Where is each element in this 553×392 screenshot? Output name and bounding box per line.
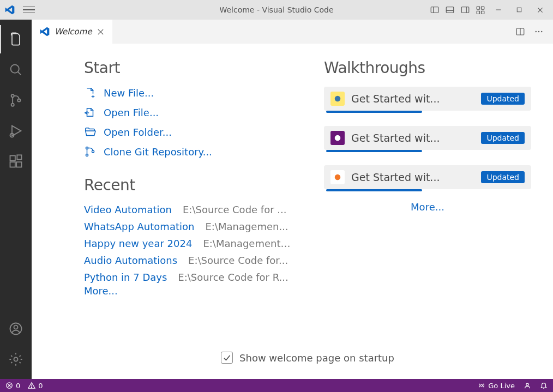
svg-point-32 <box>536 31 537 32</box>
activity-source-control[interactable] <box>0 86 32 114</box>
layout-sidebar-right-icon[interactable] <box>458 3 472 17</box>
editor-more-actions-button[interactable] <box>531 24 546 39</box>
customize-layout-icon[interactable] <box>473 3 488 17</box>
svg-point-17 <box>11 104 14 106</box>
svg-rect-21 <box>10 156 15 161</box>
svg-rect-22 <box>10 162 15 167</box>
activity-accounts[interactable] <box>0 315 32 343</box>
activity-run-debug[interactable] <box>0 117 32 145</box>
titlebar: Welcome - Visual Studio Code <box>0 0 553 20</box>
walkthrough-badge: Updated <box>481 171 525 183</box>
svg-point-33 <box>538 31 539 32</box>
recent-item-name[interactable]: WhatsApp Automation <box>84 221 194 232</box>
status-go-live-label: Go Live <box>488 382 515 390</box>
svg-point-48 <box>526 383 528 385</box>
python-icon <box>330 92 345 106</box>
svg-line-15 <box>18 72 21 75</box>
recent-item-name[interactable]: Audio Automations <box>84 255 177 266</box>
recent-item-name[interactable]: Happy new year 2024 <box>84 238 192 249</box>
status-bar: 0 0 Go Live <box>0 379 553 392</box>
svg-rect-4 <box>461 7 469 13</box>
start-item-label: Clone Git Repository... <box>104 146 212 158</box>
split-editor-button[interactable] <box>513 24 528 39</box>
menu-button[interactable] <box>23 4 35 16</box>
recent-item[interactable]: Python in 7 DaysE:\Source Code for R... <box>84 272 291 283</box>
recent-heading: Recent <box>84 176 291 194</box>
activity-settings[interactable] <box>0 345 32 373</box>
activity-explorer[interactable] <box>0 25 32 53</box>
walkthroughs-heading: Walkthroughs <box>324 59 531 77</box>
start-item-label: Open File... <box>104 107 159 118</box>
walkthrough-label: Get Started wit... <box>351 93 474 105</box>
walkthrough-card[interactable]: Get Started wit...Updated <box>324 126 531 150</box>
status-notifications[interactable] <box>540 382 548 389</box>
status-errors-count: 0 <box>16 382 20 390</box>
window-close-button[interactable] <box>530 3 550 17</box>
recent-more-link[interactable]: More... <box>84 285 291 297</box>
status-errors[interactable]: 0 <box>5 382 20 390</box>
svg-rect-2 <box>446 7 454 13</box>
svg-point-26 <box>14 325 18 329</box>
svg-rect-0 <box>431 7 438 13</box>
start-new-file[interactable]: New File... <box>84 87 291 99</box>
svg-point-16 <box>11 94 14 97</box>
vscode-logo-icon <box>4 4 15 15</box>
svg-point-47 <box>481 384 483 387</box>
recent-item-path: E:\Source Code for... <box>188 255 288 266</box>
layout-sidebar-left-icon[interactable] <box>428 3 442 17</box>
walkthrough-badge: Updated <box>481 132 525 144</box>
layout-panel-bottom-icon[interactable] <box>443 3 457 17</box>
svg-rect-23 <box>16 162 21 167</box>
activity-search[interactable] <box>0 56 32 84</box>
tab-welcome[interactable]: Welcome <box>32 20 113 44</box>
svg-rect-11 <box>517 8 521 12</box>
jupyter-icon <box>330 170 345 184</box>
svg-point-34 <box>541 31 542 32</box>
svg-point-35 <box>86 147 88 149</box>
walkthrough-card[interactable]: Get Started wit...Updated <box>324 165 531 189</box>
tab-close-button[interactable] <box>97 28 105 36</box>
start-item-label: New File... <box>104 87 154 99</box>
svg-point-27 <box>14 358 18 361</box>
walkthrough-card[interactable]: Get Started wit...Updated <box>324 87 531 111</box>
svg-point-38 <box>335 96 341 102</box>
svg-rect-7 <box>482 7 484 9</box>
show-on-startup-checkbox[interactable] <box>221 352 233 364</box>
activity-bar <box>0 20 32 379</box>
svg-point-36 <box>86 154 88 156</box>
svg-point-14 <box>11 65 19 73</box>
start-open-folder[interactable]: Open Folder... <box>84 126 291 138</box>
activity-extensions[interactable] <box>0 147 32 176</box>
start-clone-repo[interactable]: Clone Git Repository... <box>84 146 291 158</box>
welcome-page: Start New File... Open File... Open F <box>32 44 553 379</box>
show-on-startup-label: Show welcome page on startup <box>239 352 394 364</box>
walkthrough-label: Get Started wit... <box>351 171 474 183</box>
recent-item[interactable]: WhatsApp AutomationE:\Managemen... <box>84 221 291 232</box>
walkthrough-label: Get Started wit... <box>351 132 474 144</box>
walkthrough-badge: Updated <box>481 93 525 105</box>
recent-item[interactable]: Happy new year 2024E:\Management ... <box>84 238 291 249</box>
start-open-file[interactable]: Open File... <box>84 106 291 118</box>
recent-item[interactable]: Audio AutomationsE:\Source Code for... <box>84 255 291 266</box>
recent-item-name[interactable]: Video Automation <box>84 204 172 215</box>
window-maximize-button[interactable] <box>509 3 529 17</box>
status-go-live[interactable]: Go Live <box>478 382 515 390</box>
status-warnings[interactable]: 0 <box>28 382 43 390</box>
recent-item-path: E:\Management ... <box>203 238 291 249</box>
status-warnings-count: 0 <box>38 382 43 390</box>
cpp-icon <box>330 131 345 145</box>
svg-rect-24 <box>17 155 21 159</box>
recent-item-path: E:\Source Code for R... <box>178 272 288 283</box>
recent-item-path: E:\Source Code for ... <box>183 204 287 215</box>
recent-item[interactable]: Video AutomationE:\Source Code for ... <box>84 204 291 215</box>
svg-point-46 <box>32 387 32 388</box>
start-item-label: Open Folder... <box>104 126 172 138</box>
svg-point-39 <box>335 135 341 141</box>
recent-item-name[interactable]: Python in 7 Days <box>84 272 167 283</box>
window-minimize-button[interactable] <box>489 3 508 17</box>
walkthroughs-more-link[interactable]: More... <box>411 201 444 213</box>
svg-rect-9 <box>482 11 484 14</box>
svg-point-40 <box>335 174 341 180</box>
editor-tabs: Welcome <box>32 20 553 44</box>
status-feedback[interactable] <box>524 382 531 389</box>
